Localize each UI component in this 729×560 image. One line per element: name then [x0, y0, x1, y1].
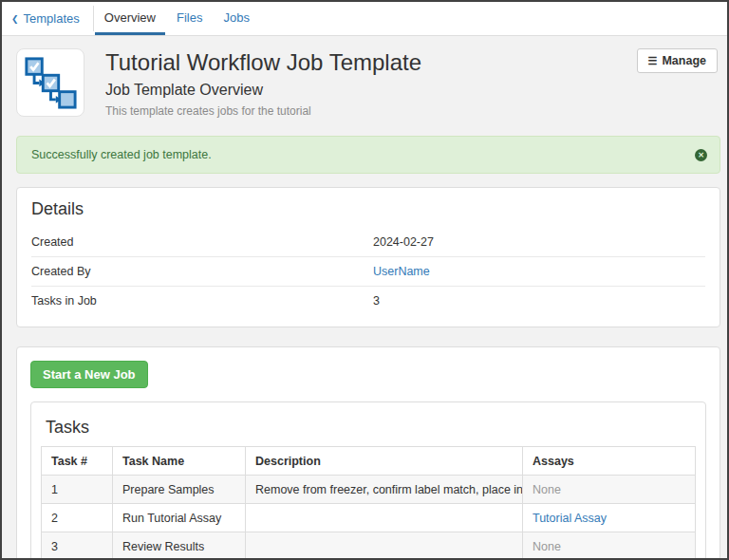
detail-row-created-by: Created By UserName [31, 256, 705, 286]
detail-label: Created [31, 235, 373, 249]
tab-jobs[interactable]: Jobs [214, 2, 258, 35]
tasks-heading: Tasks [46, 418, 696, 437]
detail-label: Tasks in Job [31, 294, 373, 308]
alert-message: Successfully created job template. [31, 148, 212, 161]
task-description-cell: Remove from freezer, confirm label match… [246, 476, 523, 504]
column-header-description: Description [246, 447, 523, 476]
page-subtitle: Job Template Overview [105, 82, 637, 99]
menu-icon: ☰ [648, 55, 658, 67]
table-header-row: Task # Task Name Description Assays [42, 447, 696, 476]
success-alert: Successfully created job template. ✕ [16, 136, 720, 174]
workflow-template-icon [23, 55, 78, 110]
task-name-cell: Run Tutorial Assay [113, 504, 246, 532]
alert-close-button[interactable]: ✕ [695, 149, 707, 161]
task-assay-cell: Tutorial Assay [523, 504, 696, 532]
chevron-left-icon: ❮ [11, 14, 19, 24]
start-new-job-button[interactable]: Start a New Job [30, 361, 148, 388]
tab-files[interactable]: Files [167, 2, 212, 35]
page-description: This template creates jobs for the tutor… [105, 104, 637, 118]
template-icon-card [16, 48, 84, 117]
task-number-cell: 2 [42, 504, 113, 532]
tasks-card: Tasks Task # Task Name Description Assay… [30, 401, 706, 560]
manage-button[interactable]: ☰ Manage [637, 48, 718, 73]
detail-value: 2024-02-27 [373, 235, 705, 249]
actions-panel: Start a New Job Tasks Task # Task Name D… [16, 346, 720, 560]
page-title: Tutorial Workflow Job Template [105, 49, 637, 76]
task-assay-cell: None [523, 476, 696, 504]
task-name-cell: Prepare Samples [113, 476, 246, 504]
detail-value: 3 [373, 294, 705, 308]
task-assay-cell: None [523, 532, 696, 560]
header-text: Tutorial Workflow Job Template Job Templ… [105, 48, 637, 118]
table-row: 3 Review Results None [42, 532, 696, 560]
column-header-task-name: Task Name [113, 447, 246, 476]
task-description-cell [246, 504, 523, 532]
detail-label: Created By [31, 265, 373, 278]
task-name-cell: Review Results [113, 532, 246, 560]
column-header-assays: Assays [523, 447, 696, 476]
details-panel: Details Created 2024-02-27 Created By Us… [16, 187, 720, 327]
breadcrumb-templates-link[interactable]: ❮ Templates [2, 2, 93, 35]
tasks-table: Task # Task Name Description Assays 1 Pr… [41, 446, 696, 560]
task-description-cell [246, 532, 523, 560]
table-row: 1 Prepare Samples Remove from freezer, c… [42, 476, 696, 504]
details-rows: Created 2024-02-27 Created By UserName T… [31, 228, 705, 315]
table-row: 2 Run Tutorial Assay Tutorial Assay [42, 504, 696, 532]
tab-divider [93, 6, 94, 31]
column-header-task-number: Task # [42, 447, 113, 476]
page-header: Tutorial Workflow Job Template Job Templ… [2, 36, 727, 125]
detail-row-tasks-in-job: Tasks in Job 3 [31, 286, 705, 315]
manage-label: Manage [662, 54, 706, 67]
created-by-link[interactable]: UserName [373, 265, 430, 278]
tab-overview[interactable]: Overview [95, 2, 165, 35]
task-number-cell: 3 [42, 532, 113, 560]
breadcrumb-label: Templates [24, 11, 80, 26]
tab-bar: ❮ Templates Overview Files Jobs [2, 2, 727, 36]
close-icon: ✕ [698, 152, 704, 159]
task-number-cell: 1 [42, 476, 113, 504]
details-heading: Details [31, 199, 705, 218]
detail-row-created: Created 2024-02-27 [31, 228, 705, 256]
assay-link[interactable]: Tutorial Assay [533, 512, 607, 525]
